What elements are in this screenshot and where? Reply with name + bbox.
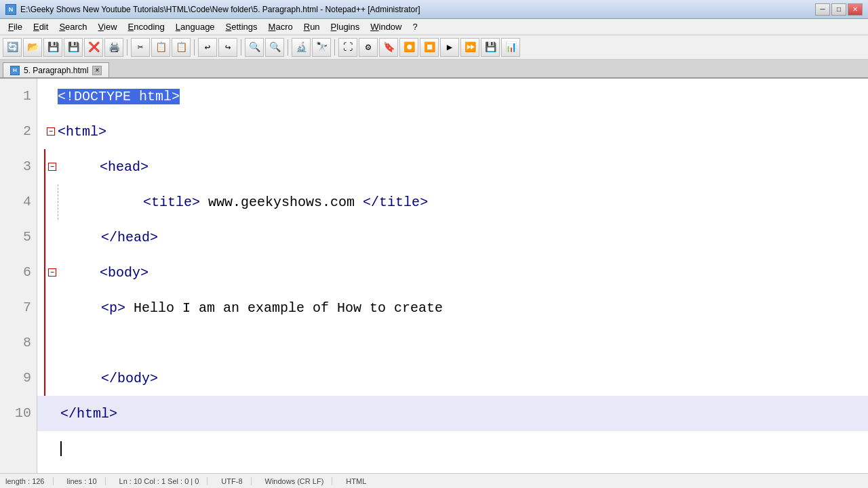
toolbar-close[interactable]: ❌ <box>84 38 103 57</box>
line-num-4: 4 <box>0 184 37 220</box>
code-line-7[interactable]: <p> Hello I am an example of How to crea… <box>37 290 868 325</box>
toolbar-play[interactable]: ▶️ <box>440 38 459 57</box>
toolbar-undo[interactable]: ↩️ <box>198 38 217 57</box>
code-line-1[interactable]: <!DOCTYPE html> <box>37 79 868 114</box>
minimize-button[interactable]: ─ <box>815 3 830 16</box>
toolbar-sep4 <box>288 39 288 56</box>
line-num-6: 6 <box>0 255 37 290</box>
toolbar: 🔄 📂 💾 💾 ❌ 🖨️ ✂️ 📋 📋 ↩️ ↪️ 🔍 🔍 🔬 🔭 ⛶ ⚙️ 🔖… <box>0 35 868 60</box>
code-line-5[interactable]: </head> <box>37 220 868 255</box>
menu-edit[interactable]: Edit <box>28 20 54 33</box>
status-length: length : 126 <box>5 477 54 485</box>
line-num-2: 2 <box>0 114 37 149</box>
fold-box-body[interactable]: − <box>48 268 56 277</box>
status-type: HTML <box>346 477 366 485</box>
menu-help[interactable]: ? <box>407 20 422 33</box>
code-area[interactable]: <!DOCTYPE html> − <html> − <head> <title… <box>37 79 868 473</box>
text-cursor <box>60 441 62 456</box>
toolbar-run[interactable]: ⏩ <box>460 38 479 57</box>
toolbar-cut[interactable]: ✂️ <box>131 38 150 57</box>
fold-box-head[interactable]: − <box>48 163 56 171</box>
menu-view[interactable]: View <box>93 20 123 33</box>
code-line-9[interactable]: </body> <box>37 361 868 396</box>
line-num-3: 3 <box>0 149 37 184</box>
toolbar-savemacro[interactable]: 💾 <box>481 38 500 57</box>
toolbar-paste[interactable]: 📋 <box>172 38 191 57</box>
title-text: E:\Geeky Shows New Youtube Tutorials\HTM… <box>20 5 420 14</box>
code-line-2[interactable]: − <html> <box>37 114 868 149</box>
tab-bar: H 5. Paragraph.html × <box>0 60 868 79</box>
toolbar-bookmark[interactable]: 🔖 <box>379 38 398 57</box>
line-num-1: 1 <box>0 79 37 114</box>
tab-label: 5. Paragraph.html <box>24 66 88 75</box>
toolbar-record[interactable]: ⏺️ <box>399 38 418 57</box>
status-cursor: Ln : 10 Col : 1 Sel : 0 | 0 <box>119 477 208 485</box>
code-line-8[interactable] <box>37 325 868 361</box>
code-line-4[interactable]: <title> www.geekyshows.com </title> <box>37 184 868 220</box>
close-button[interactable]: ✕ <box>848 3 863 16</box>
line-num-10: 10 <box>0 396 37 431</box>
menu-window[interactable]: Window <box>365 20 407 33</box>
toolbar-misc[interactable]: 📊 <box>501 38 520 57</box>
line-num-5: 5 <box>0 220 37 255</box>
status-line-ending: Windows (CR LF) <box>265 477 333 485</box>
toolbar-fullscreen[interactable]: ⛶ <box>338 38 357 57</box>
toolbar-replace[interactable]: 🔍 <box>265 38 284 57</box>
line-num-7: 7 <box>0 290 37 325</box>
menu-file[interactable]: File <box>3 20 28 33</box>
toolbar-sep5 <box>334 39 335 56</box>
tab-close-button[interactable]: × <box>92 66 102 75</box>
toolbar-zoom-out[interactable]: 🔭 <box>312 38 331 57</box>
menu-language[interactable]: Language <box>170 20 220 33</box>
toolbar-copy[interactable]: 📋 <box>151 38 170 57</box>
toolbar-sep1 <box>127 39 127 56</box>
toolbar-sep2 <box>194 39 195 56</box>
line-num-8: 8 <box>0 325 37 361</box>
line-num-9: 9 <box>0 361 37 396</box>
tab-file-icon: H <box>10 66 20 75</box>
code-line-3[interactable]: − <head> <box>37 149 868 184</box>
menu-run[interactable]: Run <box>298 20 326 33</box>
menu-search[interactable]: Search <box>54 20 92 33</box>
code-line-6[interactable]: − <body> <box>37 255 868 290</box>
menu-bar: File Edit Search View Encoding Language … <box>0 19 868 35</box>
maximize-button[interactable]: □ <box>831 3 846 16</box>
toolbar-open[interactable]: 📂 <box>23 38 42 57</box>
toolbar-zoom-in[interactable]: 🔬 <box>292 38 311 57</box>
toolbar-new[interactable]: 🔄 <box>3 38 22 57</box>
doctype-token: <!DOCTYPE html> <box>58 89 180 104</box>
toolbar-sep3 <box>241 39 241 56</box>
code-line-10[interactable]: </html> <box>37 396 868 431</box>
menu-plugins[interactable]: Plugins <box>326 20 366 33</box>
fold-box-html[interactable]: − <box>47 127 55 136</box>
toolbar-save[interactable]: 💾 <box>43 38 62 57</box>
toolbar-redo[interactable]: ↪️ <box>218 38 237 57</box>
toolbar-stop[interactable]: ⏹️ <box>420 38 439 57</box>
window-controls: ─ □ ✕ <box>815 3 863 16</box>
status-bar: length : 126 lines : 10 Ln : 10 Col : 1 … <box>0 473 868 488</box>
editor: 1 2 3 4 5 6 7 8 9 10 <!DOCTYPE html> − <… <box>0 79 868 473</box>
toolbar-print[interactable]: 🖨️ <box>104 38 123 57</box>
status-encoding: UTF-8 <box>221 477 251 485</box>
menu-encoding[interactable]: Encoding <box>123 20 170 33</box>
status-lines: lines : 10 <box>67 477 106 485</box>
line-numbers: 1 2 3 4 5 6 7 8 9 10 <box>0 79 37 473</box>
toolbar-save-all[interactable]: 💾 <box>64 38 83 57</box>
toolbar-find[interactable]: 🔍 <box>245 38 264 57</box>
cursor-area <box>37 431 868 466</box>
editor-tab[interactable]: H 5. Paragraph.html × <box>3 62 109 77</box>
app-icon: N <box>5 4 16 15</box>
toolbar-settings[interactable]: ⚙️ <box>359 38 378 57</box>
title-bar: N E:\Geeky Shows New Youtube Tutorials\H… <box>0 0 868 19</box>
menu-settings[interactable]: Settings <box>220 20 263 33</box>
menu-macro[interactable]: Macro <box>263 20 298 33</box>
